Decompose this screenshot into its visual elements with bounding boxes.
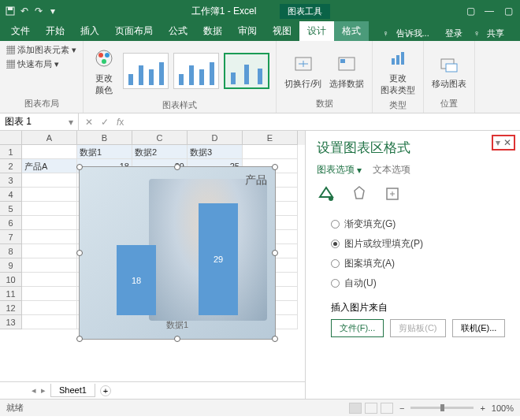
chevron-down-icon[interactable]: ▾ [69,117,73,128]
tab-data[interactable]: 数据 [195,21,230,41]
resize-handle[interactable] [272,164,278,170]
embedded-chart[interactable]: 产品 18 29 数据1 [79,166,276,340]
resize-handle[interactable] [272,250,278,256]
row-header[interactable]: 1 [0,145,22,159]
col-header[interactable]: B [77,131,132,145]
save-icon[interactable] [5,6,16,17]
row-header[interactable]: 7 [0,230,22,244]
row-header[interactable]: 11 [0,287,22,301]
zoom-in-icon[interactable]: + [480,403,485,413]
tell-me[interactable]: ♀ 告诉我... [377,26,438,41]
tab-format[interactable]: 格式 [334,21,369,41]
row-header[interactable]: 5 [0,202,22,216]
chart-bar[interactable]: 18 [117,245,156,315]
add-chart-element-button[interactable]: ▦ 添加图表元素 ▾ [6,44,76,56]
row-header[interactable]: 6 [0,216,22,230]
row-header[interactable]: 13 [0,315,22,329]
tab-layout[interactable]: 页面布局 [107,21,161,41]
tab-file[interactable]: 文件 [3,21,38,41]
select-all-corner[interactable] [0,131,22,145]
resize-handle[interactable] [76,164,83,170]
fill-line-icon[interactable] [317,184,336,203]
chart-style-1[interactable] [123,53,169,89]
tab-design[interactable]: 设计 [299,21,334,41]
resize-handle[interactable] [76,250,83,256]
undo-icon[interactable]: ↶ [19,6,30,17]
fx-icon[interactable]: fx [117,117,124,128]
row-header[interactable]: 8 [0,244,22,258]
svg-point-4 [105,53,110,58]
zoom-slider[interactable] [410,407,474,409]
size-properties-icon[interactable] [383,184,402,203]
ribbon-options-icon[interactable]: ▢ [465,6,476,17]
sheet-tab[interactable]: Sheet1 [50,384,95,397]
row-header[interactable]: 2 [0,159,22,173]
tab-review[interactable]: 审阅 [230,21,265,41]
zoom-level[interactable]: 100% [492,403,514,413]
enter-icon[interactable]: ✓ [101,117,109,128]
sheet-nav-next-icon[interactable]: ▸ [41,385,46,396]
row-header[interactable]: 3 [0,173,22,188]
cell[interactable] [22,145,77,159]
page-break-view-icon[interactable] [381,403,393,414]
chart-style-3[interactable] [224,53,269,89]
page-layout-view-icon[interactable] [365,403,377,414]
col-header[interactable]: E [243,131,298,145]
fill-pattern-radio[interactable]: 图案填充(A) [331,254,509,273]
chart-bar[interactable]: 29 [199,203,238,315]
col-header[interactable]: C [132,131,188,145]
maximize-icon[interactable]: ▢ [503,6,514,17]
resize-handle[interactable] [76,336,83,342]
change-chart-type-button[interactable]: 更改 图表类型 [379,44,417,98]
quick-layout-button[interactable]: ▦ 快速布局 ▾ [6,58,59,70]
resize-handle[interactable] [174,164,180,170]
add-sheet-icon[interactable]: + [100,385,111,396]
col-header[interactable]: D [188,131,243,145]
redo-icon[interactable]: ↷ [33,6,44,17]
cell[interactable]: 产品A [22,159,77,173]
text-options-tab[interactable]: 文本选项 [373,163,410,177]
clipboard-button[interactable]: 剪贴板(C) [390,319,445,337]
normal-view-icon[interactable] [349,403,362,414]
minimize-icon[interactable]: — [484,6,495,17]
fill-gradient-radio[interactable]: 渐变填充(G) [331,214,509,234]
share[interactable]: ♀ 共享 [469,26,514,41]
file-button[interactable]: 文件(F)... [331,319,384,337]
tab-view[interactable]: 视图 [265,21,299,41]
close-icon[interactable]: ✕ [503,137,511,148]
zoom-out-icon[interactable]: − [399,403,404,413]
row-header[interactable]: 12 [0,301,22,315]
select-data-button[interactable]: 选择数据 [328,50,366,91]
change-colors-button[interactable]: 更改 颜色 [90,44,118,98]
sheet-nav-prev-icon[interactable]: ◂ [32,385,36,396]
row-header[interactable]: 4 [0,188,22,202]
login[interactable]: 登录 [440,26,467,41]
cancel-icon[interactable]: ✕ [85,117,93,128]
resize-handle[interactable] [272,336,278,342]
tab-home[interactable]: 开始 [38,21,72,41]
pane-options-icon[interactable]: ▾ [496,137,500,148]
col-header[interactable]: A [22,131,77,145]
worksheet-area[interactable]: A B C D E 1数据1数据2数据3 2产品A182925 3 4 5 6 … [0,131,306,399]
effects-icon[interactable] [350,184,369,203]
chart-options-tab[interactable]: 图表选项 ▾ [317,163,362,177]
chart-title[interactable]: 产品 [245,173,267,188]
tab-insert[interactable]: 插入 [72,21,107,41]
chart-style-2[interactable] [173,53,219,89]
titlebar: ↶ ↷ ▾ 工作簿1 - Excel 图表工具 ▢ — ▢ [0,0,520,22]
move-chart-button[interactable]: 移动图表 [430,50,468,91]
fill-auto-radio[interactable]: 自动(U) [331,273,509,293]
cell[interactable]: 数据3 [188,145,243,159]
qat-dropdown-icon[interactable]: ▾ [47,6,58,17]
resize-handle[interactable] [174,336,180,342]
fill-picture-radio[interactable]: 图片或纹理填充(P) [331,234,509,254]
row-header[interactable]: 9 [0,258,22,273]
row-header[interactable]: 10 [0,273,22,287]
cell[interactable] [243,145,298,159]
cell[interactable]: 数据1 [77,145,132,159]
name-box[interactable]: 图表 1▾ [0,113,79,130]
cell[interactable]: 数据2 [132,145,188,159]
switch-row-col-button[interactable]: 切换行/列 [283,50,323,91]
tab-formulas[interactable]: 公式 [161,21,195,41]
online-button[interactable]: 联机(E)... [452,319,506,337]
